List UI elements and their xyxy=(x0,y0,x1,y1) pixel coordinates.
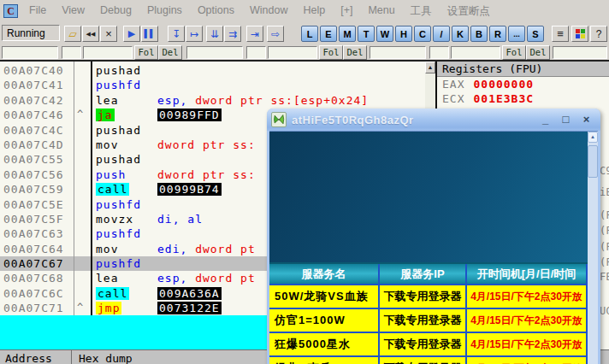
toolbar-combo-0-2[interactable] xyxy=(83,46,133,59)
windows-list-icon: ≡ xyxy=(557,28,564,39)
toolbar-combo-1-1[interactable] xyxy=(246,46,266,59)
menu-item-View[interactable]: View xyxy=(62,4,85,19)
registers-header: Registers (FPU) xyxy=(437,62,609,77)
fol-button-2[interactable]: Fol xyxy=(502,45,526,60)
toolbar-combo-2-1[interactable] xyxy=(429,46,449,59)
menu-item-工具[interactable]: 工具 xyxy=(411,4,432,19)
toolbar-combo-1-2[interactable] xyxy=(268,46,317,59)
register-name: ECX xyxy=(442,92,464,105)
toolbar-letter-L[interactable]: L xyxy=(301,26,318,42)
server-col-header: 服器务IP xyxy=(380,264,467,284)
menu-item-Window[interactable]: Window xyxy=(250,4,287,19)
toolbar-combo-tail[interactable] xyxy=(553,46,607,59)
toolbar-letter-S[interactable]: S xyxy=(527,26,544,42)
scroll-thumb[interactable] xyxy=(588,145,598,178)
column-separator xyxy=(91,62,92,315)
menu-item-Debug[interactable]: Debug xyxy=(100,4,132,19)
del-button-1[interactable]: Del xyxy=(343,45,367,60)
maximize-button[interactable]: □ xyxy=(559,112,573,126)
fol-button-0[interactable]: Fol xyxy=(134,45,158,60)
toolbar-letter-H[interactable]: H xyxy=(395,26,412,42)
toolbar-combo-2-2[interactable] xyxy=(451,46,500,59)
run-to-user-button[interactable]: ⇨ xyxy=(267,26,284,42)
trace-into-button[interactable]: ⇊ xyxy=(206,26,223,42)
menu-item-Plugins[interactable]: Plugins xyxy=(147,4,182,19)
close-program-icon: × xyxy=(105,28,112,39)
open-file-icon: ▱ xyxy=(68,29,76,39)
windows-list-button[interactable]: ≡ xyxy=(552,26,569,42)
restart-button[interactable]: ◀◀ xyxy=(82,26,99,42)
toolbar-letter-K[interactable]: K xyxy=(452,26,469,42)
menu-item-File[interactable]: File xyxy=(29,4,46,19)
trace-over-icon: ⇉ xyxy=(228,29,237,39)
toolbar-letter-W[interactable]: W xyxy=(376,26,393,42)
disasm-row[interactable]: 00A07C42leaesp, dword ptr ss:[esp+0x24] xyxy=(0,93,425,108)
game-launcher-window: atHiFe5T0RqGh8azQr _□× 服器务名服器务IP开时间机[月/日… xyxy=(267,109,600,364)
register-text-fragment: FE xyxy=(600,271,609,283)
server-row[interactable]: 仿官1=100W下载专用登录器4月/15日/下午2点30开放 xyxy=(269,308,588,332)
divider xyxy=(71,350,72,364)
toolbar-combo-0-1[interactable] xyxy=(62,46,81,59)
close-button[interactable]: × xyxy=(579,112,594,126)
scroll-up-icon[interactable]: ▲ xyxy=(425,62,435,73)
run-to-return-icon: ⇥ xyxy=(251,29,259,39)
instruction-address: 00A07C6C xyxy=(3,286,64,301)
step-over-button[interactable]: ↦ xyxy=(186,26,203,42)
instruction-mnemonic: call xyxy=(96,286,129,301)
run-to-return-button[interactable]: ⇥ xyxy=(246,26,263,42)
toolbar-letter-C[interactable]: C xyxy=(414,26,431,42)
pause-button[interactable]: ▌▌ xyxy=(141,26,158,42)
run-button[interactable]: ▶ xyxy=(123,26,140,42)
trace-over-button[interactable]: ⇉ xyxy=(224,26,241,42)
toolbar-letter-R[interactable]: R xyxy=(489,26,506,42)
instruction-operands: 00999B74 xyxy=(157,182,222,197)
appearance-colors-button[interactable] xyxy=(571,26,588,42)
popup-scrollbar[interactable]: ▲ xyxy=(588,132,598,364)
close-program-button[interactable]: × xyxy=(100,26,117,42)
server-row[interactable]: 经典·(南瓜)下载专用登录器4月/15日/下午2点30开放 xyxy=(269,355,588,364)
server-open-time: 4月/15日/下午2点30开放 xyxy=(467,309,588,332)
toolbar-letter-dots[interactable]: ... xyxy=(508,26,525,42)
del-button-0[interactable]: Del xyxy=(158,45,182,60)
toolbar-letter-T[interactable]: T xyxy=(358,26,375,42)
appearance-colors-icon xyxy=(576,29,585,38)
disasm-row[interactable]: 00A07C41pushfd xyxy=(0,78,425,92)
column-separator xyxy=(74,62,74,315)
step-into-button[interactable]: ↧ xyxy=(168,26,185,42)
help-button[interactable]: ? xyxy=(590,26,607,42)
popup-title-bar[interactable]: atHiFe5T0RqGh8azQr _□× xyxy=(267,109,600,131)
menu-item-Options[interactable]: Options xyxy=(198,4,234,19)
toolbar-combo-0-0[interactable] xyxy=(2,46,58,59)
minimize-button[interactable]: _ xyxy=(538,112,553,126)
toolbar-combo-2-0[interactable] xyxy=(370,46,426,59)
register-row[interactable]: ECX001E3B3C xyxy=(437,91,609,106)
server-row[interactable]: 50W/龙骑VS血族下载专用登录器4月/15日/下午2点30开放 xyxy=(269,284,588,308)
menu-items: FileViewDebugPluginsOptionsWindowHelp[+]… xyxy=(29,4,506,19)
scroll-up-icon[interactable]: ▲ xyxy=(588,132,598,143)
del-button-2[interactable]: Del xyxy=(526,45,550,60)
fol-del-bar: FolDelFolDelFolDel xyxy=(0,44,609,62)
help-icon: ? xyxy=(596,29,602,39)
step-over-icon: ↦ xyxy=(190,29,198,39)
menu-item-Help[interactable]: Help xyxy=(303,4,325,19)
menu-item-[+][interactable]: [+] xyxy=(340,4,352,19)
toolbar-letter-slash[interactable]: / xyxy=(433,26,450,42)
instruction-mnemonic: mov xyxy=(96,242,118,256)
pause-icon: ▌▌ xyxy=(145,30,156,38)
register-text-fragment: (F xyxy=(600,241,609,253)
instruction-operands: 00989FFD xyxy=(157,108,222,122)
server-table: 服器务名服器务IP开时间机[月/日/时间 50W/龙骑VS血族下载专用登录器4月… xyxy=(269,262,588,364)
menu-item-Menu[interactable]: Menu xyxy=(368,4,394,19)
toolbar-letter-M[interactable]: M xyxy=(339,26,356,42)
jump-direction-icon: ^ xyxy=(77,301,84,315)
debugger-main-window: C FileViewDebugPluginsOptionsWindowHelp[… xyxy=(0,0,609,364)
toolbar-letter-B[interactable]: B xyxy=(470,26,488,42)
open-file-button[interactable]: ▱ xyxy=(64,26,81,42)
register-row[interactable]: EAX00000000 xyxy=(437,77,609,91)
disasm-row[interactable]: 00A07C40pushad xyxy=(0,63,425,78)
toolbar-combo-1-0[interactable] xyxy=(186,46,243,59)
menu-item-设置断点[interactable]: 设置断点 xyxy=(447,4,490,19)
server-row[interactable]: 狂爆5000星水下载专用登录器4月/15日/下午2点30开放 xyxy=(269,332,588,355)
fol-button-1[interactable]: Fol xyxy=(319,45,343,60)
toolbar-letter-E[interactable]: E xyxy=(320,26,337,42)
